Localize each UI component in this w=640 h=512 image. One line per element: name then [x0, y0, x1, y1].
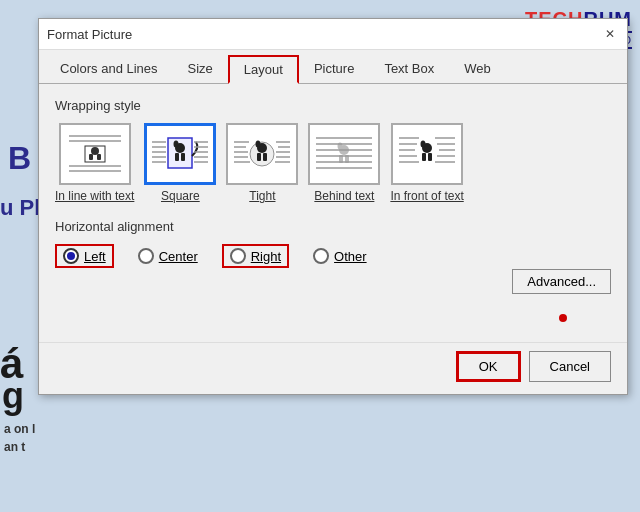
bg-text-bottom: a on lan t — [4, 420, 35, 456]
wrap-square[interactable]: Square — [144, 123, 216, 203]
align-left-label: Left — [84, 249, 106, 264]
dialog-titlebar: Format Picture ✕ — [39, 19, 627, 50]
wrap-square-icon — [144, 123, 216, 185]
bg-letter-a: á — [0, 340, 23, 388]
wrap-infront-label: In front of text — [390, 189, 463, 203]
align-left-radio[interactable] — [63, 248, 79, 264]
wrap-behind-icon — [308, 123, 380, 185]
alignment-options-row: Left Center Right Other — [55, 244, 611, 268]
svg-rect-60 — [428, 153, 432, 161]
align-center-radio[interactable] — [138, 248, 154, 264]
tab-textbox[interactable]: Text Box — [369, 55, 449, 84]
dialog-body: Wrapping style — [39, 84, 627, 342]
format-picture-dialog: Format Picture ✕ Colors and Lines Size L… — [38, 18, 628, 395]
align-other-radio[interactable] — [313, 248, 329, 264]
wrapping-section-label: Wrapping style — [55, 98, 611, 113]
align-right-label: Right — [251, 249, 281, 264]
tab-web[interactable]: Web — [449, 55, 506, 84]
align-left-highlight[interactable]: Left — [55, 244, 114, 268]
svg-rect-4 — [89, 154, 93, 160]
wrap-inline-icon — [59, 123, 131, 185]
tab-layout[interactable]: Layout — [228, 55, 299, 84]
wrap-infront[interactable]: In front of text — [390, 123, 463, 203]
svg-rect-26 — [263, 153, 267, 161]
wrap-infront-icon — [391, 123, 463, 185]
svg-rect-59 — [422, 153, 426, 161]
align-right-radio[interactable] — [230, 248, 246, 264]
wrap-behind-label: Behind text — [314, 189, 374, 203]
tab-size[interactable]: Size — [173, 55, 228, 84]
bg-letter-b: B — [8, 140, 31, 177]
wrap-behind[interactable]: Behind text — [308, 123, 380, 203]
bg-letter-g: g — [2, 375, 24, 417]
svg-point-61 — [421, 141, 426, 148]
dialog-footer: OK Cancel — [39, 342, 627, 394]
svg-rect-25 — [257, 153, 261, 161]
wrap-square-label: Square — [161, 189, 200, 203]
wrap-tight-icon — [226, 123, 298, 185]
wrap-inline[interactable]: In line with text — [55, 123, 134, 203]
align-right-highlight[interactable]: Right — [222, 244, 289, 268]
cancel-button[interactable]: Cancel — [529, 351, 611, 382]
align-other-option[interactable]: Other — [313, 248, 367, 264]
svg-rect-5 — [97, 154, 101, 160]
svg-rect-11 — [181, 153, 185, 161]
svg-rect-10 — [175, 153, 179, 161]
alignment-section: Horizontal alignment Left Center — [55, 219, 611, 268]
svg-point-27 — [256, 141, 261, 148]
wrap-tight-label: Tight — [249, 189, 275, 203]
svg-point-12 — [174, 141, 179, 148]
close-button[interactable]: ✕ — [601, 25, 619, 43]
tab-colors-lines[interactable]: Colors and Lines — [45, 55, 173, 84]
ok-button[interactable]: OK — [456, 351, 521, 382]
red-dot — [559, 314, 567, 322]
align-center-option[interactable]: Center — [138, 248, 198, 264]
tab-picture[interactable]: Picture — [299, 55, 369, 84]
align-other-label: Other — [334, 249, 367, 264]
align-center-label: Center — [159, 249, 198, 264]
svg-point-3 — [91, 147, 99, 155]
wrap-inline-label: In line with text — [55, 189, 134, 203]
wrap-tight[interactable]: Tight — [226, 123, 298, 203]
alignment-section-label: Horizontal alignment — [55, 219, 611, 234]
dialog-title: Format Picture — [47, 27, 132, 42]
wrapping-options-row: In line with text — [55, 123, 611, 203]
align-left-radio-inner — [67, 252, 75, 260]
advanced-button[interactable]: Advanced... — [512, 269, 611, 294]
tab-bar: Colors and Lines Size Layout Picture Tex… — [39, 50, 627, 84]
